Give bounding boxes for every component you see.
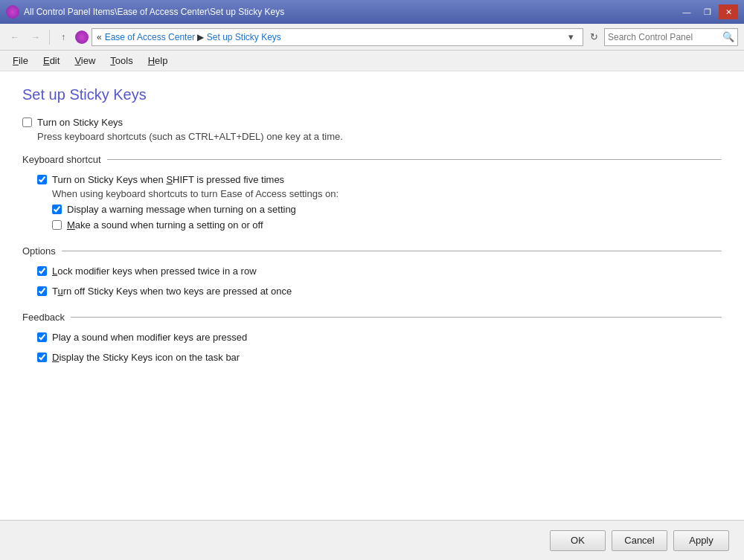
feedback-check1-row: Play a sound when modifier keys are pres… — [37, 332, 722, 343]
options-check1-row: Lock modifier keys when pressed twice in… — [37, 265, 722, 277]
breadcrumb-arrow: ▶ — [197, 32, 206, 42]
options-check2-label[interactable]: Turn off Sticky Keys when two keys are p… — [52, 286, 292, 297]
feedback-label: Feedback — [22, 312, 65, 323]
search-input[interactable] — [608, 32, 719, 42]
shortcut-check1-row: Turn on Sticky Keys when SHIFT is presse… — [37, 174, 722, 185]
nav-bar: ← → ↑ « Ease of Access Center ▶ Set up S… — [0, 24, 744, 51]
menu-edit-label: E — [43, 55, 50, 66]
breadcrumb-ease-of-access[interactable]: Ease of Access Center — [105, 32, 195, 42]
shortcut-check1-checkbox[interactable] — [37, 175, 47, 184]
feedback-check1-checkbox[interactable] — [37, 332, 47, 342]
feedback-header: Feedback — [22, 312, 722, 323]
address-dropdown-button[interactable]: ▾ — [563, 30, 578, 45]
options-check1-label[interactable]: Lock modifier keys when pressed twice in… — [52, 265, 257, 277]
apply-button[interactable]: Apply — [673, 530, 729, 551]
nav-icon — [75, 30, 89, 44]
feedback-check2-checkbox[interactable] — [37, 353, 47, 362]
menu-view-label: V — [74, 55, 80, 66]
forward-button[interactable]: → — [27, 28, 45, 46]
keyboard-shortcut-line — [107, 159, 722, 160]
feedback-check2-label[interactable]: Display the Sticky Keys icon on the task… — [52, 352, 240, 363]
shortcut-check1-label[interactable]: Turn on Sticky Keys when SHIFT is presse… — [52, 174, 284, 185]
menu-help[interactable]: Help — [141, 52, 175, 69]
address-bar[interactable]: « Ease of Access Center ▶ Set up Sticky … — [92, 28, 583, 46]
close-button[interactable]: ✕ — [719, 4, 738, 19]
options-check2-row: Turn off Sticky Keys when two keys are p… — [37, 286, 722, 297]
turn-on-checkbox[interactable] — [22, 118, 32, 127]
breadcrumb-sticky-keys[interactable]: Set up Sticky Keys — [207, 32, 281, 42]
cancel-button[interactable]: Cancel — [612, 530, 667, 551]
menu-file[interactable]: File — [6, 52, 35, 69]
menu-bar: File Edit View Tools Help — [0, 51, 744, 71]
bottom-bar: OK Cancel Apply — [0, 520, 744, 560]
refresh-button[interactable]: ↻ — [586, 30, 601, 45]
menu-tools[interactable]: Tools — [103, 52, 139, 69]
feedback-check2-row: Display the Sticky Keys icon on the task… — [37, 352, 722, 363]
window-title: All Control Panel Items\Ease of Access C… — [24, 7, 284, 17]
options-label: Options — [22, 245, 56, 257]
shortcut-check3-row: Make a sound when turning a setting on o… — [52, 219, 722, 231]
turn-on-label[interactable]: Turn on Sticky Keys — [37, 117, 123, 128]
search-icon[interactable]: 🔍 — [722, 31, 734, 42]
search-box[interactable]: 🔍 — [604, 28, 738, 46]
options-header: Options — [22, 245, 722, 257]
menu-help-label: H — [148, 55, 155, 66]
control-panel-icon — [6, 5, 19, 19]
main-content: Set up Sticky Keys Turn on Sticky Keys P… — [0, 71, 744, 520]
turn-on-description: Press keyboard shortcuts (such as CTRL+A… — [37, 131, 722, 142]
title-bar-left: All Control Panel Items\Ease of Access C… — [6, 5, 284, 19]
ok-button[interactable]: OK — [550, 530, 606, 551]
turn-on-row: Turn on Sticky Keys — [22, 117, 722, 128]
shortcut-check2-row: Display a warning message when turning o… — [52, 204, 722, 215]
restore-button[interactable]: ❐ — [698, 4, 717, 19]
feedback-check1-label[interactable]: Play a sound when modifier keys are pres… — [52, 332, 247, 343]
menu-view[interactable]: View — [68, 52, 102, 69]
keyboard-shortcut-label: Keyboard shortcut — [22, 154, 101, 165]
page-title: Set up Sticky Keys — [22, 86, 722, 103]
shortcut-check2-checkbox[interactable] — [52, 205, 62, 214]
options-line — [62, 251, 722, 251]
breadcrumb-separator: « — [97, 32, 102, 42]
title-bar: All Control Panel Items\Ease of Access C… — [0, 0, 744, 24]
menu-edit[interactable]: Edit — [36, 52, 66, 69]
nav-separator-1 — [49, 30, 50, 45]
title-controls: — ❐ ✕ — [677, 4, 738, 19]
options-check2-checkbox[interactable] — [37, 286, 47, 296]
shortcut-check3-checkbox[interactable] — [52, 220, 62, 230]
sub-description: When using keyboard shortcuts to turn Ea… — [52, 188, 722, 199]
up-button[interactable]: ↑ — [54, 28, 72, 46]
options-check1-checkbox[interactable] — [37, 266, 47, 276]
feedback-line — [71, 317, 722, 318]
keyboard-shortcut-header: Keyboard shortcut — [22, 154, 722, 165]
shortcut-check2-label[interactable]: Display a warning message when turning o… — [67, 204, 296, 215]
shortcut-check3-label[interactable]: Make a sound when turning a setting on o… — [67, 219, 263, 231]
back-button[interactable]: ← — [6, 28, 24, 46]
menu-file-label: F — [13, 55, 19, 66]
minimize-button[interactable]: — — [677, 4, 696, 19]
